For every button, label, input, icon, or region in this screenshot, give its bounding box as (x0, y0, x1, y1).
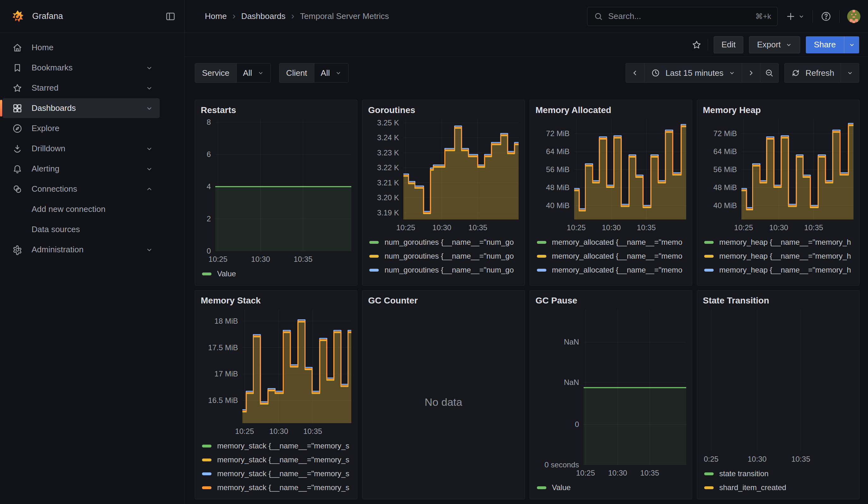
export-button[interactable]: Export (749, 36, 800, 53)
y-axis-tick: 56 MiB (713, 165, 737, 174)
panel-legend: state transition shard_item_created (703, 464, 854, 495)
panel-title[interactable]: GC Pause (536, 296, 686, 309)
variable-filter-service[interactable]: Service All (195, 63, 271, 83)
legend-item[interactable]: memory_allocated {__name__="memo (536, 263, 686, 277)
chart-plot-area[interactable] (583, 309, 686, 465)
sidebar-item-drilldown[interactable]: Drilldown (2, 138, 160, 158)
variable-filter-client[interactable]: Client All (279, 63, 349, 83)
legend-item[interactable]: num_goroutines {__name__="num_go (368, 263, 519, 277)
chevron-down-icon (847, 70, 854, 76)
legend-item[interactable]: shard_item_created (703, 481, 854, 495)
legend-item[interactable]: num_goroutines {__name__="num_go (368, 277, 519, 281)
bell-icon (12, 164, 23, 174)
sidebar-item-administration[interactable]: Administration (2, 240, 160, 260)
legend-color-swatch (202, 486, 211, 489)
sidebar-item-home[interactable]: Home (2, 38, 160, 58)
breadcrumb-item: Temporal Server Metrics (300, 11, 389, 21)
chart-plot-area[interactable] (742, 119, 854, 219)
chart-plot-area[interactable] (403, 119, 519, 219)
share-button[interactable]: Share (806, 36, 844, 53)
edit-button[interactable]: Edit (714, 36, 744, 53)
sidebar-item-dashboards[interactable]: Dashboards (2, 98, 160, 118)
legend-item[interactable]: memory_allocated {__name__="memo (536, 249, 686, 263)
panel-title[interactable]: GC Counter (368, 296, 519, 309)
panel-legend: memory_stack {__name__="memory_s memory_… (201, 436, 351, 495)
y-axis-tick: 6 (207, 150, 211, 159)
apps-icon (12, 103, 23, 114)
legend-item[interactable]: state transition (703, 467, 854, 481)
sidebar-collapse-icon[interactable] (165, 11, 176, 22)
sidebar-item-data-sources[interactable]: Data sources (2, 219, 160, 239)
legend-item[interactable]: memory_stack {__name__="memory_s (201, 439, 351, 453)
nav-actions: ⌘+k (587, 0, 868, 32)
refresh-button[interactable]: Refresh (785, 63, 840, 82)
sidebar-item-connections[interactable]: Connections (2, 179, 160, 199)
legend-item[interactable]: memory_stack {__name__="memory_s (201, 481, 351, 495)
chevron-down-icon (145, 246, 153, 254)
panel-title[interactable]: Memory Heap (703, 105, 854, 119)
panel-title[interactable]: Restarts (201, 105, 351, 119)
legend-item[interactable]: num_goroutines {__name__="num_go (368, 249, 519, 263)
time-shift-back-button[interactable] (626, 63, 644, 82)
chevron-down-icon (145, 64, 153, 72)
y-axis-tick: 40 MiB (713, 201, 737, 210)
help-button[interactable] (820, 11, 832, 22)
legend-item[interactable]: num_goroutines {__name__="num_go (368, 235, 519, 249)
panel-title[interactable]: Memory Stack (201, 296, 351, 309)
refresh-interval-button[interactable] (840, 63, 859, 82)
legend-item[interactable]: memory_heap {__name__="memory_h (703, 277, 854, 281)
search-input[interactable] (608, 11, 750, 21)
time-shift-forward-button[interactable] (742, 63, 760, 82)
sidebar-item-bookmarks[interactable]: Bookmarks (2, 58, 160, 78)
legend-item[interactable]: memory_heap {__name__="memory_h (703, 263, 854, 277)
favorite-star-button[interactable] (691, 40, 702, 50)
search-shortcut: ⌘+k (755, 12, 771, 21)
time-range-picker[interactable]: Last 15 minutes (644, 63, 742, 82)
sidebar-item-alerting[interactable]: Alerting (2, 159, 160, 179)
sidebar-item-starred[interactable]: Starred (2, 78, 160, 98)
share-menu-button[interactable] (844, 36, 859, 53)
x-axis: 10:2510:3010:35 (574, 219, 686, 233)
panel-title[interactable]: Goroutines (368, 105, 519, 119)
add-new-button[interactable] (785, 11, 805, 22)
legend-color-swatch (369, 255, 379, 258)
legend-item[interactable]: memory_allocated {__name__="memo (536, 235, 686, 249)
x-axis-tick: 10:25 (567, 223, 586, 232)
star-icon (12, 83, 23, 93)
legend-item[interactable]: memory_stack {__name__="memory_s (201, 453, 351, 467)
panel-legend: memory_heap {__name__="memory_h memory_h… (703, 233, 854, 281)
x-axis-tick: 10:30 (602, 223, 621, 232)
legend-color-swatch (704, 486, 714, 489)
panel-title[interactable]: State Transition (703, 296, 854, 309)
legend-item[interactable]: memory_stack {__name__="memory_s (201, 467, 351, 481)
legend-item[interactable]: Value (201, 267, 351, 281)
breadcrumb-item[interactable]: Dashboards (241, 11, 285, 21)
chart-plot-area[interactable] (574, 119, 686, 219)
chart-plot-area[interactable] (703, 309, 854, 451)
legend-item[interactable]: memory_heap {__name__="memory_h (703, 235, 854, 249)
chart-plot-area[interactable] (242, 309, 351, 423)
gear-icon (12, 245, 23, 255)
x-axis-tick: 10:35 (293, 255, 312, 264)
x-axis: 10:2510:3010:35 (583, 465, 686, 478)
nav-divider (813, 10, 813, 23)
y-axis-tick: 4 (207, 182, 211, 191)
nav-divider (839, 10, 840, 23)
user-avatar[interactable] (847, 10, 860, 23)
search-box[interactable]: ⌘+k (587, 7, 778, 26)
chart-plot-area[interactable] (215, 119, 351, 251)
panel-title[interactable]: Memory Allocated (536, 105, 686, 119)
legend-item[interactable]: memory_heap {__name__="memory_h (703, 249, 854, 263)
legend-item[interactable]: memory_allocated {__name__="memo (536, 277, 686, 281)
time-zoom-out-button[interactable] (760, 63, 778, 82)
breadcrumb-item[interactable]: Home (205, 11, 227, 21)
panels-grid: Restarts 8642010:2510:3010:35 Value Goro… (185, 89, 868, 504)
legend-item[interactable]: Value (536, 481, 686, 495)
chevron-down-icon (848, 41, 855, 48)
sidebar-item-explore[interactable]: Explore (2, 119, 160, 138)
y-axis-tick: 2 (207, 214, 211, 223)
y-axis-tick: 17 MiB (214, 369, 238, 378)
bookmark-icon (12, 63, 23, 73)
y-axis-tick: 64 MiB (713, 147, 737, 156)
sidebar-item-add-new-connection[interactable]: Add new connection (2, 199, 160, 219)
